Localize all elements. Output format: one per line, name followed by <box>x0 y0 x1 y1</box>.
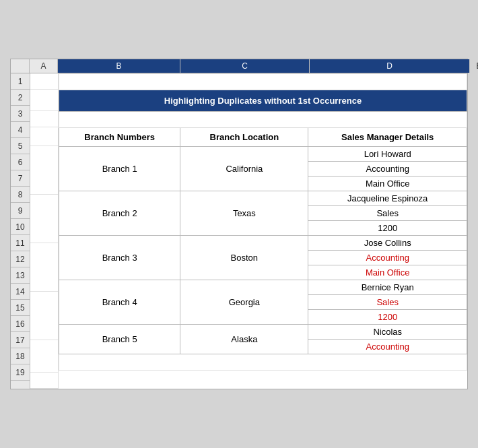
col-header-a[interactable]: A <box>30 59 58 73</box>
branch4-row1: Branch 4 Georgia Bernice Ryan <box>59 280 467 295</box>
branch1-location: California <box>180 147 308 191</box>
row-num-2: 2 <box>11 90 30 106</box>
col-header-d[interactable]: D <box>310 59 470 73</box>
row-num-10: 10 <box>11 219 30 235</box>
col-a <box>30 73 59 389</box>
row-numbers: 1 2 3 4 5 6 7 8 9 10 11 12 13 14 15 16 1… <box>11 73 30 389</box>
row-num-16: 16 <box>11 316 30 332</box>
row-num-19: 19 <box>11 364 30 381</box>
branch4-location: Georgia <box>180 280 308 325</box>
col-headers: A B C D E <box>11 59 467 73</box>
col-header-e[interactable]: E <box>470 59 478 73</box>
branch5-detail1: Nicolas <box>308 325 467 340</box>
branch4-detail1: Bernice Ryan <box>308 280 467 295</box>
row-num-9: 9 <box>11 203 30 219</box>
header-branch-numbers: Branch Numbers <box>59 128 180 147</box>
row-num-7: 7 <box>11 170 30 187</box>
branch2-row1: Branch 2 Texas Jacqueline Espinoza <box>59 191 467 206</box>
data-table: Highlighting Duplicates without 1st Occu… <box>59 73 467 371</box>
branch3-row1: Branch 3 Boston Jose Collins <box>59 236 467 251</box>
branch1-number: Branch 1 <box>59 147 180 191</box>
col-header-c[interactable]: C <box>180 59 310 73</box>
header-sales-manager: Sales Manager Details <box>308 128 467 147</box>
row-num-4: 4 <box>11 122 30 138</box>
branch3-detail3: Main Office <box>308 265 467 280</box>
branch2-detail2: Sales <box>308 206 467 221</box>
branch4-detail3: 1200 <box>308 310 467 325</box>
branch5-location: Alaska <box>180 325 308 354</box>
branch3-detail1: Jose Collins <box>308 236 467 251</box>
row-num-3: 3 <box>11 106 30 122</box>
branch1-row1: Branch 1 California Lori Howard <box>59 147 467 162</box>
title-cell: Highlighting Duplicates without 1st Occu… <box>59 90 467 112</box>
row-num-12: 12 <box>11 251 30 267</box>
main-table-area: Highlighting Duplicates without 1st Occu… <box>59 73 467 389</box>
row-num-1: 1 <box>11 73 30 90</box>
branch1-detail3: Main Office <box>308 177 467 191</box>
col-header-row <box>11 59 30 73</box>
sheet-body: 1 2 3 4 5 6 7 8 9 10 11 12 13 14 15 16 1… <box>11 73 467 389</box>
branch5-row1: Branch 5 Alaska Nicolas <box>59 325 467 340</box>
empty-row-3 <box>59 112 467 128</box>
branch5-number: Branch 5 <box>59 325 180 354</box>
row-num-14: 14 <box>11 284 30 300</box>
header-branch-location: Branch Location <box>180 128 308 147</box>
sheet-container: A B C D E 1 2 3 4 5 6 7 8 9 10 11 12 13 <box>10 59 468 389</box>
branch3-detail2: Accounting <box>308 251 467 265</box>
branch1-detail1: Lori Howard <box>308 147 467 162</box>
row-num-15: 15 <box>11 300 30 316</box>
branch2-detail3: 1200 <box>308 221 467 236</box>
row-num-11: 11 <box>11 235 30 251</box>
branch4-number: Branch 4 <box>59 280 180 325</box>
row-num-13: 13 <box>11 267 30 284</box>
branch2-location: Texas <box>180 191 308 236</box>
col-header-b[interactable]: B <box>58 59 180 73</box>
branch1-detail2: Accounting <box>308 162 467 177</box>
branch4-detail2: Sales <box>308 295 467 310</box>
row-num-8: 8 <box>11 187 30 203</box>
branch5-detail2: Accounting <box>308 340 467 354</box>
branch2-detail1: Jacqueline Espinoza <box>308 191 467 206</box>
row-num-6: 6 <box>11 154 30 170</box>
row-num-5: 5 <box>11 138 30 154</box>
empty-row-1 <box>59 74 467 90</box>
branch3-number: Branch 3 <box>59 236 180 280</box>
spreadsheet-wrapper: A B C D E 1 2 3 4 5 6 7 8 9 10 11 12 13 <box>10 59 468 389</box>
row-num-18: 18 <box>11 348 30 364</box>
branch2-number: Branch 2 <box>59 191 180 236</box>
empty-row-19 <box>59 354 467 371</box>
header-row: Branch Numbers Branch Location Sales Man… <box>59 128 467 147</box>
title-row: Highlighting Duplicates without 1st Occu… <box>59 90 467 112</box>
row-num-17: 17 <box>11 332 30 348</box>
branch3-location: Boston <box>180 236 308 280</box>
